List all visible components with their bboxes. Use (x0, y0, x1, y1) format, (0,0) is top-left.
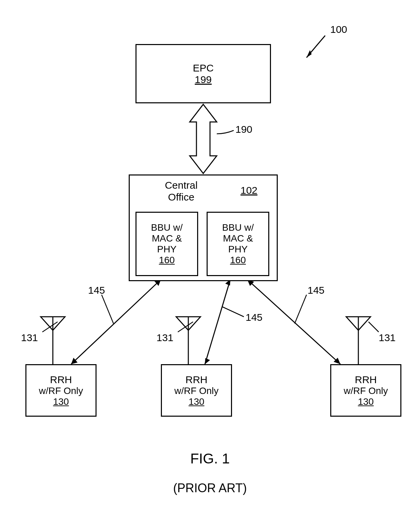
svg-marker-0 (307, 50, 312, 58)
rrh3-line1: RRH (355, 374, 377, 386)
rrh3-line2: w/RF Only (344, 386, 388, 396)
central-line2: Office (168, 191, 194, 203)
bbu1-line3: PHY (157, 244, 177, 255)
backhaul-label: 190 (235, 124, 252, 135)
rrh1-line2: w/RF Only (39, 386, 83, 396)
rrh1-line1: RRH (50, 374, 72, 386)
figure-title: FIG. 1 (0, 451, 420, 467)
bbu1-line2: MAC & (152, 233, 182, 244)
svg-line-10 (71, 279, 161, 364)
antenna-label-2: 131 (156, 332, 173, 344)
rrh2-num: 130 (189, 396, 205, 407)
bbu2-line2: MAC & (223, 233, 253, 244)
bbu-box-1: BBU w/ MAC & PHY 160 (135, 212, 198, 276)
central-office-title: Central Office (159, 180, 203, 203)
rrh2-line2: w/RF Only (174, 386, 219, 396)
rrh3-num: 130 (358, 396, 374, 407)
epc-num: 199 (195, 74, 212, 85)
link-label-1: 145 (88, 285, 105, 296)
bbu2-line1: BBU w/ (222, 222, 254, 233)
svg-line-13 (205, 279, 230, 364)
antenna-label-3: 131 (379, 332, 396, 344)
bbu-box-2: BBU w/ MAC & PHY 160 (207, 212, 269, 276)
central-line1: Central (165, 180, 198, 191)
rrh2-line1: RRH (186, 374, 208, 386)
link-label-2: 145 (246, 312, 262, 323)
bbu1-num: 160 (159, 255, 175, 266)
rrh1-num: 130 (53, 396, 69, 407)
epc-box: EPC 199 (135, 44, 271, 103)
bbu2-line3: PHY (228, 244, 248, 255)
antenna-label-1: 131 (21, 332, 38, 344)
bbu2-num: 160 (230, 255, 246, 266)
figure-subtitle: (PRIOR ART) (0, 481, 420, 495)
rrh-box-3: RRH w/RF Only 130 (330, 364, 401, 417)
figure-number-label: 100 (330, 24, 347, 35)
epc-label: EPC (193, 62, 214, 74)
bbu1-line1: BBU w/ (151, 222, 183, 233)
link-label-3: 145 (308, 285, 324, 296)
rrh-box-2: RRH w/RF Only 130 (161, 364, 232, 417)
central-office-num: 102 (240, 185, 257, 196)
rrh-box-1: RRH w/RF Only 130 (25, 364, 97, 417)
svg-marker-15 (205, 358, 210, 364)
